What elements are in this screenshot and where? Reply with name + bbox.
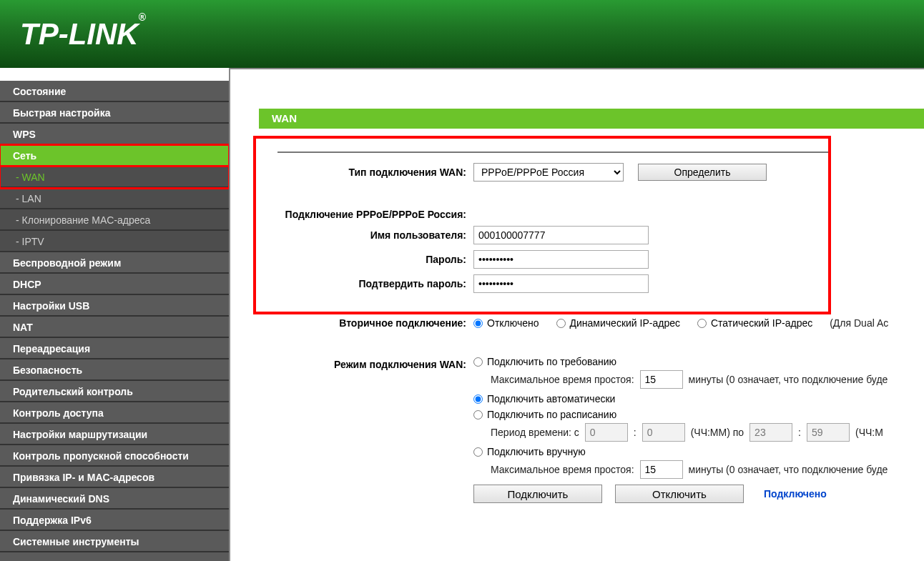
- brand-logo: TP-LINK®: [20, 17, 146, 51]
- sidebar-item-16[interactable]: Поддержка IPv6: [0, 510, 229, 531]
- period-from-m[interactable]: [642, 423, 685, 442]
- manual-idle-input[interactable]: [640, 460, 683, 479]
- mode-on-demand-radio[interactable]: Подключить по требованию: [473, 356, 924, 367]
- password-input[interactable]: [473, 250, 649, 269]
- sidebar-item-8[interactable]: Переадресация: [0, 338, 229, 359]
- sidebar-item-15[interactable]: Динамический DNS: [0, 488, 229, 510]
- manual-idle-unit: минуты (0 означает, что подключение буде: [689, 464, 888, 475]
- wan-type-label: Тип подключения WAN:: [259, 167, 473, 178]
- secondary-note: (Для Dual Ac: [830, 317, 888, 329]
- sidebar-item-5[interactable]: DHCP: [0, 274, 229, 295]
- period-label: Период времени: с: [491, 427, 579, 438]
- idle-time-input[interactable]: [640, 370, 683, 389]
- manual-idle-label: Максимальное время простоя:: [491, 464, 634, 475]
- connect-button[interactable]: Подключить: [473, 485, 602, 503]
- sidebar-item-11[interactable]: Контроль доступа: [0, 402, 229, 424]
- sidebar-item-4[interactable]: Беспроводной режим: [0, 252, 229, 274]
- sidebar-item-0[interactable]: Состояние: [0, 81, 229, 102]
- sidebar-sub-3-2[interactable]: - Клонирование MAC-адреса: [0, 209, 229, 231]
- idle-unit: минуты (0 означает, что подключение буде: [689, 374, 888, 385]
- sidebar-item-3[interactable]: Сеть: [0, 145, 229, 167]
- disconnect-button[interactable]: Отключить: [615, 485, 744, 503]
- period-to-h[interactable]: [749, 423, 792, 442]
- sidebar-item-14[interactable]: Привязка IP- и MAC-адресов: [0, 467, 229, 488]
- secondary-static-radio[interactable]: Статический IP-адрес: [697, 317, 812, 329]
- secondary-disabled-radio[interactable]: Отключено: [473, 317, 539, 329]
- header: TP-LINK®: [0, 0, 924, 68]
- secondary-label: Вторичное подключение:: [259, 317, 473, 329]
- sidebar-item-13[interactable]: Контроль пропускной способности: [0, 445, 229, 467]
- confirm-password-input[interactable]: [473, 274, 649, 293]
- detect-button[interactable]: Определить: [638, 164, 767, 181]
- username-input[interactable]: [473, 226, 649, 244]
- sidebar-item-7[interactable]: NAT: [0, 317, 229, 338]
- sidebar-item-12[interactable]: Настройки маршрутизации: [0, 424, 229, 445]
- connection-status: Подключено: [764, 488, 827, 500]
- sidebar-item-1[interactable]: Быстрая настройка: [0, 102, 229, 124]
- pppoe-section-label: Подключение PPPoE/PPPoE Россия:: [259, 209, 473, 220]
- sidebar-sub-3-3[interactable]: - IPTV: [0, 231, 229, 252]
- content: WAN Тип подключения WAN: PPPoE/PPPoE Рос…: [229, 68, 924, 561]
- period-to-m[interactable]: [807, 423, 850, 442]
- sidebar-sub-3-1[interactable]: - LAN: [0, 188, 229, 209]
- idle-label: Максимальное время простоя:: [491, 374, 634, 385]
- username-label: Имя пользователя:: [259, 229, 473, 241]
- sidebar-item-9[interactable]: Безопасность: [0, 359, 229, 381]
- sidebar-sub-3-0[interactable]: - WAN: [0, 167, 229, 188]
- sidebar-item-6[interactable]: Настройки USB: [0, 295, 229, 317]
- mode-auto-radio[interactable]: Подключить автоматически: [473, 393, 924, 404]
- mode-label: Режим подключения WAN:: [259, 356, 473, 370]
- password-label: Пароль:: [259, 254, 473, 265]
- sidebar: СостояниеБыстрая настройкаWPSСеть- WAN- …: [0, 68, 229, 561]
- sidebar-item-17[interactable]: Системные инструменты: [0, 531, 229, 552]
- wan-type-select[interactable]: PPPoE/PPPoE Россия: [473, 163, 624, 182]
- period-from-h[interactable]: [585, 423, 628, 442]
- sidebar-item-10[interactable]: Родительский контроль: [0, 381, 229, 402]
- mode-manual-radio[interactable]: Подключить вручную: [473, 446, 924, 457]
- page-title: WAN: [259, 109, 924, 129]
- sidebar-item-2[interactable]: WPS: [0, 124, 229, 145]
- mode-schedule-radio[interactable]: Подключить по расписанию: [473, 409, 924, 420]
- confirm-label: Подтвердить пароль:: [259, 278, 473, 289]
- secondary-dynamic-radio[interactable]: Динамический IP-адрес: [556, 317, 680, 329]
